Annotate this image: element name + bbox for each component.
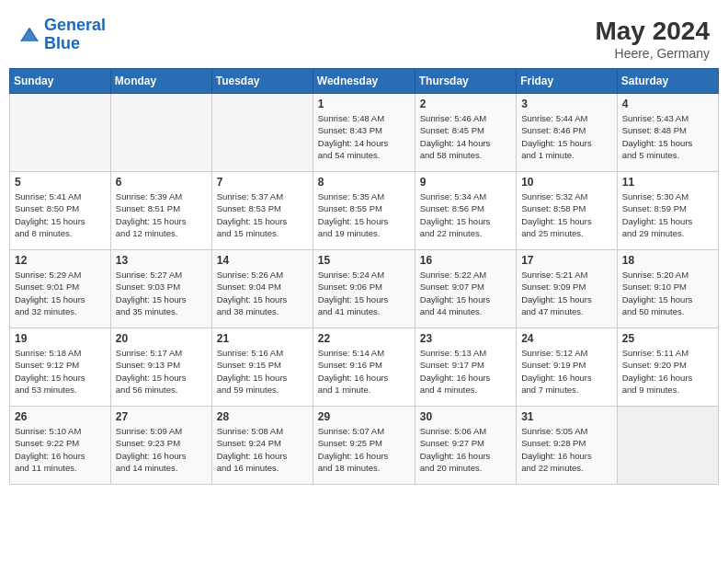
- calendar-cell: 4Sunrise: 5:43 AM Sunset: 8:48 PM Daylig…: [617, 94, 718, 172]
- calendar-cell: 11Sunrise: 5:30 AM Sunset: 8:59 PM Dayli…: [617, 172, 718, 250]
- day-number: 25: [622, 332, 713, 345]
- day-number: 26: [15, 410, 106, 423]
- calendar-cell: 1Sunrise: 5:48 AM Sunset: 8:43 PM Daylig…: [313, 94, 415, 172]
- day-number: 7: [217, 176, 308, 189]
- day-number: 3: [521, 98, 612, 110]
- calendar-cell: 31Sunrise: 5:05 AM Sunset: 9:28 PM Dayli…: [517, 407, 618, 485]
- day-number: 14: [217, 254, 308, 267]
- calendar-cell: 30Sunrise: 5:06 AM Sunset: 9:27 PM Dayli…: [415, 407, 516, 485]
- calendar-cell: 27Sunrise: 5:09 AM Sunset: 9:23 PM Dayli…: [110, 407, 211, 485]
- calendar-cell: 15Sunrise: 5:24 AM Sunset: 9:06 PM Dayli…: [313, 250, 415, 328]
- calendar-cell: 23Sunrise: 5:13 AM Sunset: 9:17 PM Dayli…: [415, 328, 516, 407]
- day-number: 15: [318, 254, 410, 267]
- cell-content: Sunrise: 5:17 AM Sunset: 9:13 PM Dayligh…: [116, 347, 207, 396]
- calendar-cell: 26Sunrise: 5:10 AM Sunset: 9:22 PM Dayli…: [10, 407, 111, 485]
- calendar-cell: 9Sunrise: 5:34 AM Sunset: 8:56 PM Daylig…: [415, 172, 516, 250]
- cell-content: Sunrise: 5:43 AM Sunset: 8:48 PM Dayligh…: [622, 112, 713, 161]
- calendar-cell: 14Sunrise: 5:26 AM Sunset: 9:04 PM Dayli…: [211, 250, 313, 328]
- cell-content: Sunrise: 5:09 AM Sunset: 9:23 PM Dayligh…: [116, 425, 207, 474]
- day-number: 20: [116, 332, 207, 345]
- calendar-cell: 19Sunrise: 5:18 AM Sunset: 9:12 PM Dayli…: [10, 328, 111, 407]
- week-row-3: 12Sunrise: 5:29 AM Sunset: 9:01 PM Dayli…: [10, 250, 719, 328]
- cell-content: Sunrise: 5:24 AM Sunset: 9:06 PM Dayligh…: [318, 269, 410, 317]
- cell-content: Sunrise: 5:34 AM Sunset: 8:56 PM Dayligh…: [420, 190, 511, 239]
- cell-content: Sunrise: 5:08 AM Sunset: 9:24 PM Dayligh…: [217, 425, 308, 474]
- calendar-cell: 24Sunrise: 5:12 AM Sunset: 9:19 PM Dayli…: [517, 328, 618, 407]
- day-number: 27: [116, 410, 207, 423]
- day-number: 17: [521, 254, 612, 267]
- calendar-cell: 17Sunrise: 5:21 AM Sunset: 9:09 PM Dayli…: [517, 250, 618, 328]
- cell-content: Sunrise: 5:10 AM Sunset: 9:22 PM Dayligh…: [15, 425, 106, 474]
- day-number: 5: [15, 176, 106, 189]
- col-header-saturday: Saturday: [617, 69, 718, 94]
- day-number: 24: [521, 332, 612, 345]
- logo-icon: [18, 26, 40, 44]
- calendar-cell: [110, 94, 211, 172]
- calendar-cell: 7Sunrise: 5:37 AM Sunset: 8:53 PM Daylig…: [211, 172, 313, 250]
- col-header-sunday: Sunday: [10, 69, 111, 94]
- day-number: 30: [420, 410, 511, 423]
- logo: General Blue: [18, 17, 106, 53]
- day-number: 31: [521, 410, 612, 423]
- week-row-1: 1Sunrise: 5:48 AM Sunset: 8:43 PM Daylig…: [10, 94, 719, 172]
- calendar-cell: 8Sunrise: 5:35 AM Sunset: 8:55 PM Daylig…: [313, 172, 415, 250]
- day-number: 29: [318, 410, 410, 423]
- week-row-4: 19Sunrise: 5:18 AM Sunset: 9:12 PM Dayli…: [10, 328, 719, 407]
- day-number: 4: [622, 98, 713, 110]
- page-header: General Blue May 2024 Heere, Germany: [9, 9, 719, 64]
- week-row-2: 5Sunrise: 5:41 AM Sunset: 8:50 PM Daylig…: [10, 172, 719, 250]
- month-year-title: May 2024: [595, 17, 710, 46]
- cell-content: Sunrise: 5:39 AM Sunset: 8:51 PM Dayligh…: [116, 190, 207, 239]
- cell-content: Sunrise: 5:27 AM Sunset: 9:03 PM Dayligh…: [116, 269, 207, 317]
- cell-content: Sunrise: 5:29 AM Sunset: 9:01 PM Dayligh…: [15, 269, 106, 317]
- day-number: 13: [116, 254, 207, 267]
- col-header-thursday: Thursday: [415, 69, 516, 94]
- calendar-table: SundayMondayTuesdayWednesdayThursdayFrid…: [9, 68, 719, 485]
- cell-content: Sunrise: 5:06 AM Sunset: 9:27 PM Dayligh…: [420, 425, 511, 474]
- cell-content: Sunrise: 5:46 AM Sunset: 8:45 PM Dayligh…: [420, 112, 511, 161]
- day-number: 18: [622, 254, 713, 267]
- cell-content: Sunrise: 5:18 AM Sunset: 9:12 PM Dayligh…: [15, 347, 106, 396]
- calendar-cell: [211, 94, 313, 172]
- calendar-cell: 5Sunrise: 5:41 AM Sunset: 8:50 PM Daylig…: [10, 172, 111, 250]
- cell-content: Sunrise: 5:48 AM Sunset: 8:43 PM Dayligh…: [318, 112, 410, 161]
- day-number: 1: [318, 98, 410, 110]
- calendar-cell: [617, 407, 718, 485]
- day-number: 6: [116, 176, 207, 189]
- cell-content: Sunrise: 5:30 AM Sunset: 8:59 PM Dayligh…: [622, 190, 713, 239]
- day-number: 28: [217, 410, 308, 423]
- cell-content: Sunrise: 5:44 AM Sunset: 8:46 PM Dayligh…: [521, 112, 612, 161]
- day-number: 23: [420, 332, 511, 345]
- day-number: 16: [420, 254, 511, 267]
- day-number: 2: [420, 98, 511, 110]
- cell-content: Sunrise: 5:16 AM Sunset: 9:15 PM Dayligh…: [217, 347, 308, 396]
- cell-content: Sunrise: 5:12 AM Sunset: 9:19 PM Dayligh…: [521, 347, 612, 396]
- calendar-header-row: SundayMondayTuesdayWednesdayThursdayFrid…: [10, 69, 719, 94]
- calendar-cell: 10Sunrise: 5:32 AM Sunset: 8:58 PM Dayli…: [517, 172, 618, 250]
- cell-content: Sunrise: 5:14 AM Sunset: 9:16 PM Dayligh…: [318, 347, 410, 396]
- cell-content: Sunrise: 5:07 AM Sunset: 9:25 PM Dayligh…: [318, 425, 410, 474]
- week-row-5: 26Sunrise: 5:10 AM Sunset: 9:22 PM Dayli…: [10, 407, 719, 485]
- day-number: 11: [622, 176, 713, 189]
- cell-content: Sunrise: 5:11 AM Sunset: 9:20 PM Dayligh…: [622, 347, 713, 396]
- day-number: 9: [420, 176, 511, 189]
- cell-content: Sunrise: 5:13 AM Sunset: 9:17 PM Dayligh…: [420, 347, 511, 396]
- day-number: 22: [318, 332, 410, 345]
- calendar-cell: 16Sunrise: 5:22 AM Sunset: 9:07 PM Dayli…: [415, 250, 516, 328]
- cell-content: Sunrise: 5:32 AM Sunset: 8:58 PM Dayligh…: [521, 190, 612, 239]
- calendar-cell: 13Sunrise: 5:27 AM Sunset: 9:03 PM Dayli…: [110, 250, 211, 328]
- calendar-cell: 12Sunrise: 5:29 AM Sunset: 9:01 PM Dayli…: [10, 250, 111, 328]
- calendar-cell: 28Sunrise: 5:08 AM Sunset: 9:24 PM Dayli…: [211, 407, 313, 485]
- calendar-cell: [10, 94, 111, 172]
- col-header-wednesday: Wednesday: [313, 69, 415, 94]
- calendar-cell: 20Sunrise: 5:17 AM Sunset: 9:13 PM Dayli…: [110, 328, 211, 407]
- title-block: May 2024 Heere, Germany: [595, 17, 710, 61]
- calendar-cell: 18Sunrise: 5:20 AM Sunset: 9:10 PM Dayli…: [617, 250, 718, 328]
- cell-content: Sunrise: 5:37 AM Sunset: 8:53 PM Dayligh…: [217, 190, 308, 239]
- calendar-cell: 3Sunrise: 5:44 AM Sunset: 8:46 PM Daylig…: [517, 94, 618, 172]
- col-header-tuesday: Tuesday: [211, 69, 313, 94]
- calendar-cell: 22Sunrise: 5:14 AM Sunset: 9:16 PM Dayli…: [313, 328, 415, 407]
- calendar-cell: 29Sunrise: 5:07 AM Sunset: 9:25 PM Dayli…: [313, 407, 415, 485]
- calendar-cell: 6Sunrise: 5:39 AM Sunset: 8:51 PM Daylig…: [110, 172, 211, 250]
- cell-content: Sunrise: 5:35 AM Sunset: 8:55 PM Dayligh…: [318, 190, 410, 239]
